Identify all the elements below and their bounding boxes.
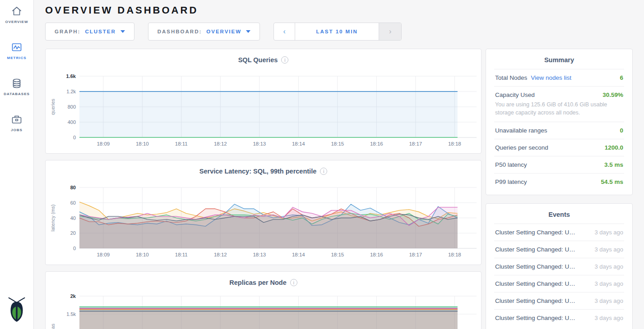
chevron-down-icon xyxy=(246,30,250,33)
svg-text:20: 20 xyxy=(70,230,76,236)
graph-dropdown-value: CLUSTER xyxy=(85,29,116,34)
svg-text:18:09: 18:09 xyxy=(97,141,110,146)
page-title: OVERVIEW DASHBOARD xyxy=(34,0,644,16)
summary-row-capacity-used: Capacity Used 30.59% You are using 125.6… xyxy=(494,86,624,122)
svg-text:1.5k: 1.5k xyxy=(66,311,76,317)
charts-column: SQL Queries i 18:0918:1018:1118:1218:131… xyxy=(45,49,482,329)
info-icon[interactable]: i xyxy=(281,56,288,64)
summary-value: 54.5 ms xyxy=(601,178,623,185)
event-row: Cluster Setting Changed: U… 3 days ago xyxy=(494,224,624,241)
svg-text:60: 60 xyxy=(70,200,76,206)
summary-value: 1200.0 xyxy=(605,144,623,151)
dashboard-dropdown-value: OVERVIEW xyxy=(206,29,241,34)
svg-text:800: 800 xyxy=(68,104,76,110)
sidebar-item-label: DATABASES xyxy=(4,92,30,96)
svg-text:18:09: 18:09 xyxy=(97,252,110,257)
svg-text:18:11: 18:11 xyxy=(175,252,188,257)
chevron-right-icon: › xyxy=(389,27,391,36)
svg-text:18:14: 18:14 xyxy=(292,141,305,146)
cockroachdb-logo[interactable] xyxy=(6,297,27,324)
time-window-selector: ‹ LAST 10 MIN › xyxy=(273,23,402,41)
dashboard-dropdown[interactable]: DASHBOARD: OVERVIEW xyxy=(148,23,260,41)
svg-text:queries: queries xyxy=(50,98,56,115)
summary-value: 0 xyxy=(620,127,623,134)
svg-text:18:15: 18:15 xyxy=(331,252,344,257)
svg-text:18:13: 18:13 xyxy=(253,252,266,257)
events-panel: Events Cluster Setting Changed: U… 3 day… xyxy=(486,203,633,329)
svg-text:18:10: 18:10 xyxy=(136,141,149,146)
event-row: Cluster Setting Changed: U… 3 days ago xyxy=(494,275,624,292)
sidebar-item-overview[interactable]: OVERVIEW xyxy=(0,0,33,36)
svg-text:18:14: 18:14 xyxy=(292,252,305,257)
svg-text:18:13: 18:13 xyxy=(253,141,266,146)
svg-text:18:11: 18:11 xyxy=(175,141,188,146)
sidebar: OVERVIEW METRICS DATABASES JOBS xyxy=(0,0,34,329)
chevron-down-icon xyxy=(120,30,125,33)
svg-text:80: 80 xyxy=(70,185,76,190)
time-window-label-button[interactable]: LAST 10 MIN xyxy=(295,23,379,40)
dashboard-dropdown-label: DASHBOARD: xyxy=(158,29,202,34)
svg-text:18:16: 18:16 xyxy=(370,252,383,257)
summary-row-p50-latency: P50 latency 3.5 ms xyxy=(494,156,624,173)
sidebar-item-label: METRICS xyxy=(7,56,27,60)
summary-panel: Summary Total Nodes View nodes list 6 Ca… xyxy=(486,49,633,195)
info-icon[interactable]: i xyxy=(320,168,327,175)
sidebar-item-label: JOBS xyxy=(11,128,23,132)
chart-card-replicas-per-node: Replicas per Node i 18:0918:1018:1118:12… xyxy=(45,271,482,329)
sidebar-item-label: OVERVIEW xyxy=(5,20,28,24)
event-row: Cluster Setting Changed: U… 3 days ago xyxy=(494,292,624,309)
chevron-left-icon: ‹ xyxy=(283,27,285,36)
graph-dropdown-label: GRAPH: xyxy=(55,29,80,34)
svg-text:18:16: 18:16 xyxy=(370,141,383,146)
svg-text:18:17: 18:17 xyxy=(409,141,422,146)
info-icon[interactable]: i xyxy=(290,279,297,286)
sidebar-item-metrics[interactable]: METRICS xyxy=(0,36,33,72)
svg-text:2k: 2k xyxy=(70,293,76,299)
svg-text:18:17: 18:17 xyxy=(409,252,422,257)
home-icon xyxy=(11,5,23,17)
sidebar-item-jobs[interactable]: JOBS xyxy=(0,108,33,144)
chart-title: Service Latency: SQL, 99th percentile xyxy=(199,168,317,175)
svg-text:18:18: 18:18 xyxy=(448,141,461,146)
svg-text:18:15: 18:15 xyxy=(331,141,344,146)
time-window-next-button[interactable]: › xyxy=(379,23,401,40)
chart-card-sql-queries: SQL Queries i 18:0918:1018:1118:1218:131… xyxy=(45,49,482,154)
chart-card-service-latency: Service Latency: SQL, 99th percentile i … xyxy=(45,160,482,265)
summary-row-unavailable-ranges: Unavailable ranges 0 xyxy=(494,122,624,139)
summary-title: Summary xyxy=(494,56,624,64)
summary-value: 3.5 ms xyxy=(604,161,623,168)
svg-text:40: 40 xyxy=(70,215,76,221)
replicas-per-node-chart[interactable]: 18:0918:1018:1118:1218:1318:1418:1518:16… xyxy=(46,293,481,329)
svg-text:replicas: replicas xyxy=(50,324,56,329)
sql-queries-chart[interactable]: 18:0918:1018:1118:1218:1318:1418:1518:16… xyxy=(46,73,481,149)
svg-text:0: 0 xyxy=(73,246,76,251)
event-row: Cluster Setting Changed: U… 3 days ago xyxy=(494,309,624,326)
svg-text:latency (ms): latency (ms) xyxy=(50,205,56,232)
svg-text:18:10: 18:10 xyxy=(136,252,149,257)
event-row: Cluster Setting Changed: U… 3 days ago xyxy=(494,241,624,258)
svg-text:18:12: 18:12 xyxy=(214,141,227,146)
events-title: Events xyxy=(494,211,624,218)
svg-text:18:18: 18:18 xyxy=(448,252,461,257)
summary-row-total-nodes: Total Nodes View nodes list 6 xyxy=(494,69,624,86)
sidebar-item-databases[interactable]: DATABASES xyxy=(0,72,33,108)
chart-title: SQL Queries xyxy=(238,56,278,64)
controls-bar: GRAPH: CLUSTER DASHBOARD: OVERVIEW ‹ LAS… xyxy=(45,23,633,41)
time-window-prev-button[interactable]: ‹ xyxy=(274,23,295,40)
svg-text:18:12: 18:12 xyxy=(214,252,227,257)
svg-text:1.6k: 1.6k xyxy=(66,73,76,79)
capacity-subtext: You are using 125.6 GiB of 410.6 GiB usa… xyxy=(495,101,617,117)
database-icon xyxy=(11,78,23,89)
graph-dropdown[interactable]: GRAPH: CLUSTER xyxy=(45,23,134,41)
event-row: Cluster Setting Changed: U… 3 days ago xyxy=(494,258,624,275)
summary-value: 6 xyxy=(620,74,623,81)
view-nodes-list-link[interactable]: View nodes list xyxy=(531,74,571,81)
summary-row-queries-per-second: Queries per second 1200.0 xyxy=(494,139,624,156)
service-latency-chart[interactable]: 18:0918:1018:1118:1218:1318:1418:1518:16… xyxy=(46,185,481,260)
right-column: Summary Total Nodes View nodes list 6 Ca… xyxy=(486,49,633,329)
svg-text:0: 0 xyxy=(73,135,76,140)
metrics-icon xyxy=(11,41,23,53)
svg-text:1.2k: 1.2k xyxy=(66,89,76,94)
chart-title: Replicas per Node xyxy=(229,279,287,286)
svg-text:400: 400 xyxy=(68,119,76,125)
